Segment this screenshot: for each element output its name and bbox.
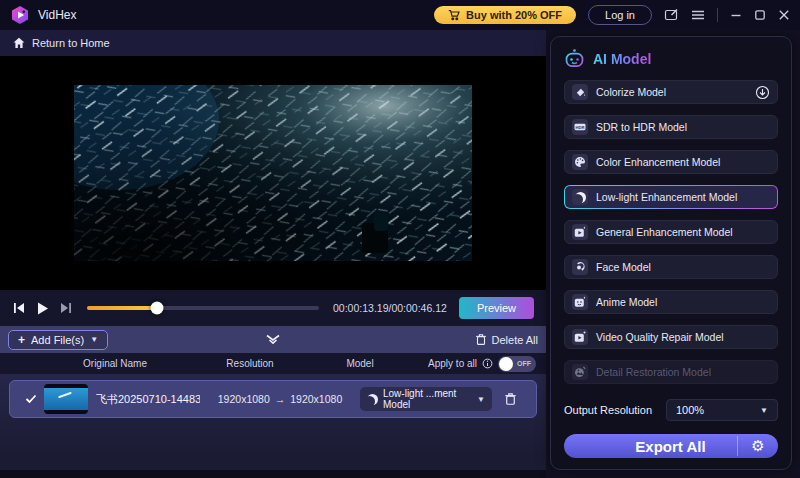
- chevron-down-icon: ▼: [760, 406, 768, 415]
- export-all-button[interactable]: Export All ⚙: [564, 434, 778, 458]
- apply-to-all-label: Apply to all: [428, 358, 477, 369]
- model-item-anime[interactable]: Anime Model: [564, 290, 778, 314]
- file-resolution: 1920x1080 → 1920x1080: [200, 393, 360, 405]
- play-icon[interactable]: [35, 301, 50, 316]
- ai-model-title: AI Model: [593, 51, 651, 67]
- ai-model-header: AI Model: [564, 48, 778, 69]
- resolution-to: 1920x1080: [290, 393, 342, 405]
- titlebar: VidHex Buy with 20% OFF Log in: [0, 0, 800, 30]
- maximize-icon[interactable]: [754, 9, 766, 21]
- model-label: Detail Restoration Model: [596, 366, 711, 378]
- file-list: 飞书20250710-144838.mp4 1920x1080 → 1920x1…: [0, 374, 546, 470]
- next-frame-icon[interactable]: [59, 301, 73, 315]
- robot-icon: [564, 48, 585, 69]
- timeline-thumb[interactable]: [150, 302, 163, 315]
- check-icon[interactable]: [18, 394, 44, 404]
- model-item-general-enhancement[interactable]: General Enhancement Model: [564, 220, 778, 244]
- close-icon[interactable]: [778, 9, 790, 21]
- buy-button[interactable]: Buy with 20% OFF: [434, 6, 576, 24]
- minimize-icon[interactable]: [730, 9, 742, 21]
- file-panel: + Add File(s) ▼ Delete All Or: [0, 326, 546, 478]
- feedback-icon[interactable]: [664, 8, 679, 22]
- file-toolbar: + Add File(s) ▼ Delete All: [0, 326, 546, 353]
- face-icon: [572, 259, 588, 275]
- file-row[interactable]: 飞书20250710-144838.mp4 1920x1080 → 1920x1…: [9, 380, 537, 418]
- time-display: 00:00:13.19/00:00:46.12: [333, 302, 447, 314]
- login-button[interactable]: Log in: [588, 5, 652, 25]
- chevron-down-icon: ▼: [477, 395, 485, 404]
- delete-all-label: Delete All: [492, 334, 538, 346]
- main-area: Return to Home: [0, 30, 546, 478]
- table-header: Original Name Resolution Model Apply to …: [0, 353, 546, 374]
- row-delete-button[interactable]: [492, 392, 528, 406]
- titlebar-separator: [717, 8, 718, 22]
- ai-model-panel: AI Model Colorize Model: [550, 36, 792, 470]
- paint-bucket-icon: [572, 84, 588, 100]
- video-thumbnail: [44, 384, 88, 414]
- column-resolution: Resolution: [195, 358, 305, 369]
- palette-icon: [572, 154, 588, 170]
- model-item-sdr-to-hdr[interactable]: HDR SDR to HDR Model: [564, 115, 778, 139]
- app-logo-icon: [10, 5, 30, 25]
- panel-bottom-edge: [0, 470, 546, 478]
- model-label: Color Enhancement Model: [596, 156, 720, 168]
- model-item-face[interactable]: Face Model: [564, 255, 778, 279]
- model-label: Face Model: [596, 261, 651, 273]
- model-label: SDR to HDR Model: [596, 121, 687, 133]
- model-label: General Enhancement Model: [596, 226, 733, 238]
- moon-icon: [367, 394, 378, 405]
- column-model: Model: [305, 358, 415, 369]
- output-resolution-label: Output Resolution: [564, 404, 652, 416]
- arrow-right-icon: →: [275, 393, 286, 405]
- hdr-badge-icon: HDR: [572, 119, 588, 135]
- video-sparkle-icon: [572, 224, 588, 240]
- add-files-label: Add File(s): [31, 334, 84, 346]
- model-item-color-enhancement[interactable]: Color Enhancement Model: [564, 150, 778, 174]
- column-original-name: Original Name: [35, 358, 195, 369]
- model-label: Anime Model: [596, 296, 657, 308]
- anime-face-icon: [572, 294, 588, 310]
- sidebar-region: AI Model Colorize Model: [546, 30, 800, 478]
- trash-icon: [475, 333, 487, 346]
- resolution-from: 1920x1080: [218, 393, 270, 405]
- output-resolution-row: Output Resolution 100% ▼: [564, 399, 778, 421]
- photo-icon: [572, 364, 588, 380]
- model-item-colorize[interactable]: Colorize Model: [564, 80, 778, 104]
- model-item-detail-restoration[interactable]: Detail Restoration Model: [564, 360, 778, 384]
- plus-icon: +: [18, 333, 25, 347]
- gear-icon[interactable]: ⚙: [738, 437, 778, 455]
- cart-icon: [448, 9, 460, 21]
- apply-to-all-toggle[interactable]: OFF: [498, 356, 536, 372]
- toggle-state-label: OFF: [517, 360, 531, 367]
- timeline-progress: [87, 306, 157, 310]
- output-resolution-value: 100%: [676, 404, 704, 416]
- collapse-panel-icon[interactable]: [264, 334, 282, 345]
- model-item-low-light[interactable]: Low-light Enhancement Model: [564, 185, 778, 209]
- previous-frame-icon[interactable]: [12, 301, 26, 315]
- home-icon: [13, 37, 25, 49]
- app-name: VidHex: [38, 8, 76, 22]
- output-resolution-select[interactable]: 100% ▼: [666, 399, 778, 421]
- model-label: Colorize Model: [596, 86, 666, 98]
- toggle-knob: [499, 357, 513, 371]
- video-player[interactable]: [0, 56, 546, 290]
- chevron-down-icon: ▼: [90, 335, 98, 344]
- moon-icon: [572, 189, 588, 205]
- add-files-button[interactable]: + Add File(s) ▼: [8, 330, 108, 350]
- preview-button[interactable]: Preview: [459, 297, 534, 319]
- download-icon[interactable]: [755, 85, 770, 100]
- info-icon[interactable]: [482, 358, 493, 369]
- timeline-slider[interactable]: [87, 306, 319, 310]
- return-home-button[interactable]: Return to Home: [0, 30, 546, 56]
- row-model-dropdown[interactable]: Low-light ...ment Model ▼: [360, 387, 492, 411]
- export-all-label: Export All: [564, 438, 737, 455]
- delete-all-button[interactable]: Delete All: [475, 333, 538, 346]
- playback-controls: 00:00:13.19/00:00:46.12 Preview: [0, 290, 546, 326]
- video-frame: [74, 85, 472, 261]
- svg-text:HDR: HDR: [575, 125, 584, 130]
- video-repair-icon: [572, 329, 588, 345]
- model-label: Low-light Enhancement Model: [596, 191, 737, 203]
- menu-icon[interactable]: [691, 9, 705, 21]
- model-label: Video Quality Repair Model: [596, 331, 724, 343]
- model-item-video-quality-repair[interactable]: Video Quality Repair Model: [564, 325, 778, 349]
